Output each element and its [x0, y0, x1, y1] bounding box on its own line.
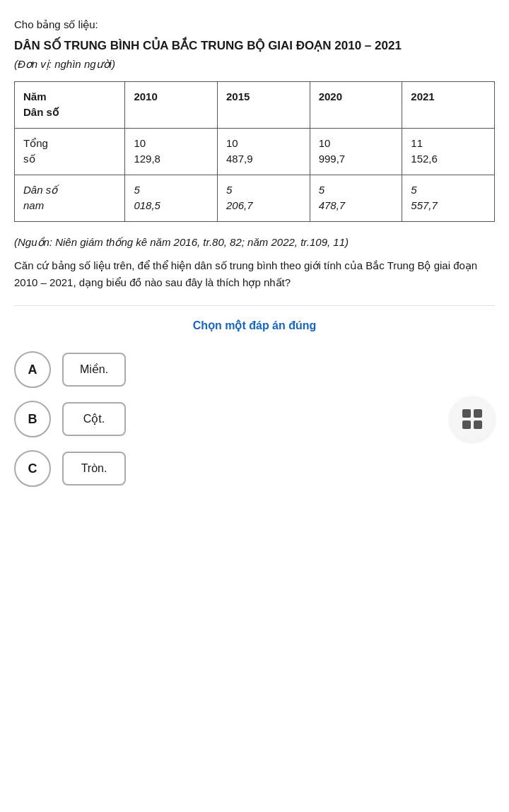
option-circle-a[interactable]: A [14, 351, 51, 388]
source-text: (Nguồn: Niên giám thống kê năm 2016, tr.… [14, 235, 495, 251]
grid-cell-1 [462, 409, 471, 418]
grid-menu-button[interactable] [450, 396, 495, 442]
col-header-0: NămDân số [15, 81, 125, 128]
option-row-c: C Tròn. [14, 450, 495, 487]
col-header-2010: 2010 [125, 81, 218, 128]
unit-text: (Đơn vị: nghìn người) [14, 57, 495, 73]
col-header-2021: 2021 [402, 81, 495, 128]
cell-1-3: 5557,7 [402, 175, 495, 221]
grid-cell-3 [462, 420, 471, 429]
question-text: Căn cứ bảng số liệu trên, để thể hiện dâ… [14, 257, 495, 291]
choose-label: Chọn một đáp án đúng [14, 317, 495, 334]
row-label-0: Tổngsố [15, 128, 125, 175]
col-header-2015: 2015 [218, 81, 310, 128]
grid-cell-4 [474, 420, 482, 429]
options-container: A Miền. B Cột. C Tròn. [14, 351, 495, 487]
cell-0-1: 10487,9 [218, 128, 310, 175]
intro-text: Cho bảng số liệu: [14, 17, 495, 33]
cell-0-3: 11152,6 [402, 128, 495, 175]
option-box-a[interactable]: Miền. [62, 353, 126, 387]
table-row: Tổngsố 10129,8 10487,9 10999,7 11152,6 [15, 128, 495, 175]
option-circle-b[interactable]: B [14, 401, 51, 437]
cell-0-0: 10129,8 [125, 128, 218, 175]
data-table: NămDân số 2010 2015 2020 2021 Tổngsố 101… [14, 81, 495, 222]
cell-1-0: 5018,5 [125, 175, 218, 221]
option-box-b[interactable]: Cột. [62, 402, 126, 436]
cell-1-2: 5478,7 [310, 175, 402, 221]
section-divider [14, 305, 495, 306]
option-box-c[interactable]: Tròn. [62, 452, 126, 486]
col-header-2020: 2020 [310, 81, 402, 128]
option-row-a: A Miền. [14, 351, 495, 388]
cell-1-1: 5206,7 [218, 175, 310, 221]
option-circle-c[interactable]: C [14, 450, 51, 487]
table-row: Dân sốnam 5018,5 5206,7 5478,7 5557,7 [15, 175, 495, 221]
option-row-b: B Cột. [14, 401, 495, 437]
title-text: DÂN SỐ TRUNG BÌNH CỦA BẮC TRUNG BỘ GIAI … [14, 37, 495, 54]
cell-0-2: 10999,7 [310, 128, 402, 175]
grid-icon [462, 409, 482, 429]
grid-cell-2 [474, 409, 482, 418]
row-label-1: Dân sốnam [15, 175, 125, 221]
